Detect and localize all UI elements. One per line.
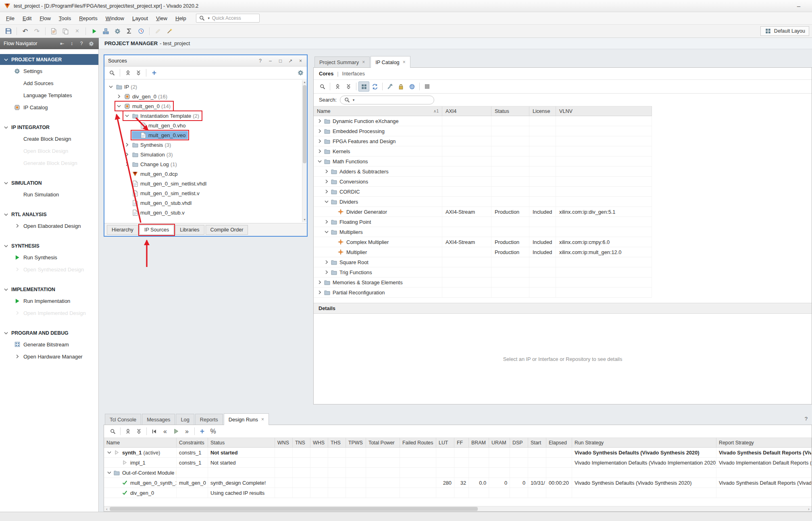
column-header-start[interactable]: Start: [528, 438, 546, 447]
flow-item-run-synthesis[interactable]: Run Synthesis: [0, 251, 98, 263]
tree-item-mult-gen-0-dcp[interactable]: mult_gen_0.dcp: [104, 169, 307, 179]
layout-selector[interactable]: Default Layou: [760, 26, 809, 36]
flow-item-add-sources[interactable]: Add Sources: [0, 77, 98, 89]
run-row-mult-gen-0-synth-1[interactable]: mult_gen_0_synth_1mult_gen_0synth_design…: [104, 478, 812, 488]
tree-item-mult-gen-0-stub-vhdl[interactable]: mult_gen_0_stub.vhdl: [104, 198, 307, 208]
sources-vertical-scrollbar[interactable]: ▴ ▾: [302, 80, 307, 222]
expand-closed-icon[interactable]: [317, 118, 323, 124]
panel-help-button[interactable]: ?: [258, 58, 263, 64]
catalog-row-fpga-features-and-design[interactable]: FPGA Features and Design: [314, 136, 652, 146]
search-icon[interactable]: [107, 426, 118, 436]
catalog-row-conversions[interactable]: Conversions: [314, 177, 652, 187]
expand-open-icon[interactable]: [3, 180, 9, 186]
edit-icon[interactable]: [152, 26, 163, 36]
tree-item-div-gen-0[interactable]: div_gen_0(16): [104, 92, 307, 101]
catalog-row-trig-functions[interactable]: Trig Functions: [314, 267, 652, 277]
flow-item-open-implemented-design[interactable]: Open Implemented Design: [0, 307, 98, 319]
collapse-all-icon[interactable]: [332, 81, 343, 92]
expand-closed-icon[interactable]: [317, 128, 323, 134]
menu-flow[interactable]: Flow: [35, 13, 54, 23]
flow-item-open-synthesized-design[interactable]: Open Synthesized Design: [0, 263, 98, 275]
close-icon[interactable]: ×: [403, 59, 406, 65]
expand-open-icon[interactable]: [108, 84, 114, 90]
probe-icon[interactable]: [164, 26, 175, 36]
panel-minimize-button[interactable]: –: [268, 58, 273, 64]
flow-item-open-hardware-manager[interactable]: Open Hardware Manager: [0, 350, 98, 363]
expand-open-icon[interactable]: [317, 158, 323, 164]
expand-closed-icon[interactable]: [324, 219, 329, 225]
flow-section-header-synthesis[interactable]: SYNTHESIS: [0, 240, 98, 251]
column-header-name[interactable]: Name∧1: [314, 106, 442, 116]
flow-item-ip-catalog[interactable]: IP Catalog: [0, 101, 98, 113]
flow-section-header-simulation[interactable]: SIMULATION: [0, 177, 98, 188]
lock-icon[interactable]: [396, 81, 406, 92]
expand-all-icon[interactable]: [343, 81, 354, 92]
flow-item-generate-block-design[interactable]: Generate Block Design: [0, 157, 98, 169]
close-icon[interactable]: ×: [261, 417, 264, 422]
tab-tcl-console[interactable]: Tcl Console: [105, 414, 141, 425]
scrollbar-thumb[interactable]: [110, 507, 478, 511]
add-icon[interactable]: [197, 426, 208, 436]
column-header-tns[interactable]: TNS: [293, 438, 310, 447]
restore-icon[interactable]: [369, 81, 380, 92]
tree-item-mult-gen-0-vho[interactable]: mult_gen_0.vho: [104, 121, 307, 130]
menu-edit[interactable]: Edit: [19, 13, 35, 23]
expand-open-icon[interactable]: [3, 287, 9, 292]
collapse-all-icon[interactable]: [123, 426, 133, 436]
panel-close-button[interactable]: ×: [298, 58, 303, 64]
catalog-row-divider-generator[interactable]: Divider GeneratorAXI4-StreamProductionIn…: [314, 207, 652, 217]
tree-item-mult-gen-0-sim-netlist-v[interactable]: mult_gen_0_sim_netlist.v: [104, 188, 307, 198]
help-icon[interactable]: ?: [805, 416, 808, 422]
panel-maximize-button[interactable]: □: [278, 58, 283, 64]
column-header-uram[interactable]: URAM: [489, 438, 510, 447]
tab-project-summary[interactable]: Project Summary×: [314, 56, 370, 67]
column-header-elapsed[interactable]: Elapsed: [546, 438, 572, 447]
play-icon[interactable]: [89, 26, 100, 36]
catalog-row-adders-subtracters[interactable]: Adders & Subtracters: [314, 167, 652, 177]
run-row-impl-1[interactable]: impl_1constrs_1Not startedVivado Impleme…: [104, 458, 812, 468]
search-icon[interactable]: [107, 68, 117, 78]
catalog-row-dividers[interactable]: Dividers: [314, 197, 652, 207]
window-minimize-button[interactable]: –: [795, 2, 802, 9]
catalog-row-floating-point[interactable]: Floating Point: [314, 217, 652, 227]
expand-closed-icon[interactable]: [317, 148, 323, 154]
flow-item-run-implementation[interactable]: Run Implementation: [0, 295, 98, 307]
column-header-total-power[interactable]: Total Power: [366, 438, 400, 447]
catalog-row-cordic[interactable]: CORDIC: [314, 187, 652, 197]
column-header-status[interactable]: Status: [491, 106, 529, 116]
menu-help[interactable]: Help: [171, 13, 190, 23]
add-icon[interactable]: [149, 68, 159, 78]
tab-reports[interactable]: Reports: [195, 414, 223, 425]
expand-closed-icon[interactable]: [124, 142, 130, 148]
column-header-axi4[interactable]: AXI4: [442, 106, 491, 116]
gear-white-icon[interactable]: [87, 40, 95, 48]
column-header-dsp[interactable]: DSP: [510, 438, 528, 447]
expand-all-icon[interactable]: [133, 68, 143, 78]
column-header-lut[interactable]: LUT: [436, 438, 454, 447]
column-header-report-strategy[interactable]: Report Strategy: [716, 438, 812, 447]
column-header-ths[interactable]: THS: [328, 438, 346, 447]
column-header-failed-routes[interactable]: Failed Routes: [400, 438, 436, 447]
tree-item-change-log[interactable]: Change Log(1): [104, 159, 307, 169]
catalog-row-embedded-processing[interactable]: Embedded Processing: [314, 126, 652, 136]
column-header-vlnv[interactable]: VLNV: [556, 106, 652, 116]
subtab-cores[interactable]: Cores: [319, 71, 333, 77]
column-header-wns[interactable]: WNS: [275, 438, 293, 447]
expand-closed-icon[interactable]: [324, 189, 329, 194]
dock-left-icon[interactable]: ⇤: [58, 40, 66, 48]
menu-view[interactable]: View: [152, 13, 171, 23]
expand-all-icon[interactable]: [133, 426, 144, 436]
column-header-constraints[interactable]: Constraints: [177, 438, 208, 447]
run-row-div-gen-0[interactable]: div_gen_0Using cached IP results: [104, 488, 812, 498]
menu-tools[interactable]: Tools: [55, 13, 75, 23]
menu-reports[interactable]: Reports: [75, 13, 102, 23]
expand-open-icon[interactable]: [3, 57, 9, 63]
settings-wrench-icon[interactable]: [385, 81, 396, 92]
tree-item-simulation[interactable]: Simulation(3): [104, 150, 307, 159]
expand-open-icon[interactable]: [3, 212, 9, 217]
menu-window[interactable]: Window: [102, 13, 128, 23]
menu-file[interactable]: File: [2, 13, 19, 23]
expand-open-icon[interactable]: [3, 330, 9, 336]
flow-section-header-project-manager[interactable]: PROJECT MANAGER: [0, 54, 98, 65]
flow-item-generate-bitstream[interactable]: Generate Bitstream: [0, 338, 98, 350]
